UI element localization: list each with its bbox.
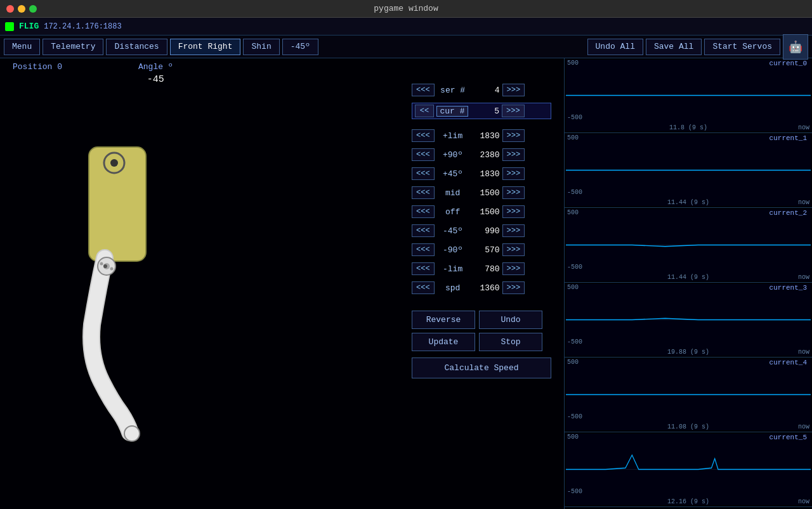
chart-min-current_2: -500: [567, 264, 582, 271]
undo-button[interactable]: Undo: [479, 311, 542, 329]
menu-button[interactable]: Menu: [4, 39, 40, 55]
traffic-lights: [6, 5, 37, 13]
chart-time-current_2: 11.44 (9 s): [667, 274, 709, 281]
spd-inc-btn[interactable]: >>>: [502, 281, 525, 294]
chart-now-current_1: now: [798, 199, 809, 206]
cur-dec-btn[interactable]: <<: [415, 105, 434, 117]
lim-plus-label: +lim: [437, 131, 469, 141]
chart-max-current_1: 500: [567, 134, 579, 141]
chart-svg-current_2: [566, 209, 811, 281]
mid-inc-btn[interactable]: >>>: [502, 186, 525, 199]
front-right-button[interactable]: Front Right: [170, 39, 241, 55]
plus45-inc-btn[interactable]: >>>: [502, 167, 525, 180]
undo-all-button[interactable]: Undo All: [587, 39, 643, 55]
chart-max-current_3: 500: [567, 284, 579, 291]
svg-point-8: [110, 267, 114, 271]
chart-min-current_1: -500: [567, 189, 582, 196]
chart-svg-current_4: [566, 359, 811, 430]
ip-address: 172.24.1.176:1883: [44, 22, 121, 31]
lim-plus-inc-btn[interactable]: >>>: [502, 129, 525, 142]
off-dec-btn[interactable]: <<<: [412, 205, 435, 218]
cur-label: cur #: [436, 106, 468, 117]
ser-value: 4: [471, 86, 500, 95]
save-all-button[interactable]: Save All: [646, 39, 702, 55]
plus90-dec-btn[interactable]: <<<: [412, 148, 435, 161]
distances-button[interactable]: Distances: [106, 39, 167, 55]
minus45-dec-btn[interactable]: <<<: [412, 224, 435, 237]
lim-plus-row: <<< +lim 1830 >>>: [412, 129, 551, 142]
cur-value: 5: [471, 106, 499, 116]
stop-button[interactable]: Stop: [479, 333, 542, 351]
servo-diagram: [51, 109, 368, 489]
chart-max-current_5: 500: [567, 434, 579, 441]
lim-minus-dec-btn[interactable]: <<<: [412, 262, 435, 275]
lim-minus-value: 780: [471, 264, 500, 274]
plus90-value: 2380: [471, 150, 500, 160]
start-servos-button[interactable]: Start Servos: [704, 39, 780, 55]
spd-dec-btn[interactable]: <<<: [412, 281, 435, 294]
lim-plus-dec-btn[interactable]: <<<: [412, 129, 435, 142]
angle-value: -45: [147, 74, 164, 85]
off-inc-btn[interactable]: >>>: [502, 205, 525, 218]
angle-button[interactable]: -45º: [282, 39, 318, 55]
plus90-row: <<< +90º 2380 >>>: [412, 148, 551, 161]
ser-row: <<< ser # 4 >>>: [412, 84, 551, 96]
lim-minus-inc-btn[interactable]: >>>: [502, 262, 525, 275]
close-button[interactable]: [6, 5, 14, 13]
chart-title-current_3: current_3: [769, 284, 807, 292]
chart-max-current_2: 500: [567, 209, 579, 216]
chart-title-current_1: current_1: [769, 134, 807, 142]
arm-svg: [51, 109, 241, 458]
chart-current_3: current_3 500 -500 19.88 (9 s) now: [565, 283, 812, 358]
status-bar: FLIG 172.24.1.176:1883: [0, 18, 812, 35]
window-title: pygame window: [374, 4, 438, 13]
update-button[interactable]: Update: [412, 333, 475, 351]
cur-inc-btn[interactable]: >>>: [502, 105, 525, 117]
chart-current_0: current_0 500 -500 11.8 (9 s) now: [565, 58, 812, 133]
minus90-label: -90º: [437, 245, 469, 255]
chart-min-current_5: -500: [567, 488, 582, 495]
chart-now-current_5: now: [798, 498, 809, 505]
telemetry-button[interactable]: Telemetry: [43, 39, 103, 55]
chart-min-current_4: -500: [567, 413, 582, 420]
angle-label: Angle º: [138, 62, 173, 72]
chart-now-current_4: now: [798, 423, 809, 430]
right-panel: current_0 500 -500 11.8 (9 s) now curren…: [565, 58, 812, 509]
plus90-label: +90º: [437, 150, 469, 160]
chart-title-current_0: current_0: [769, 60, 807, 67]
spd-row: <<< spd 1360 >>>: [412, 281, 551, 294]
main-area: Position 0 Angle º -45: [0, 58, 812, 509]
minus45-inc-btn[interactable]: >>>: [502, 224, 525, 237]
mid-dec-btn[interactable]: <<<: [412, 186, 435, 199]
logo: 🤖: [783, 34, 808, 60]
ser-dec-btn[interactable]: <<<: [412, 84, 435, 96]
lim-minus-label: -lim: [437, 264, 469, 274]
reverse-button[interactable]: Reverse: [412, 311, 475, 329]
chart-now-current_3: now: [798, 349, 809, 356]
minus90-inc-btn[interactable]: >>>: [502, 243, 525, 256]
ser-inc-btn[interactable]: >>>: [502, 84, 525, 96]
chart-current_1: current_1 500 -500 11.44 (9 s) now: [565, 133, 812, 208]
svg-point-2: [110, 159, 118, 167]
chart-max-current_4: 500: [567, 359, 579, 366]
chart-min-current_3: -500: [567, 338, 582, 345]
shin-button[interactable]: Shin: [243, 39, 279, 55]
minimize-button[interactable]: [18, 5, 25, 13]
plus45-dec-btn[interactable]: <<<: [412, 167, 435, 180]
ser-label: ser #: [437, 86, 469, 95]
chart-current_2: current_2 500 -500 11.44 (9 s) now: [565, 208, 812, 283]
plus90-inc-btn[interactable]: >>>: [502, 148, 525, 161]
chart-time-current_0: 11.8 (9 s): [669, 124, 707, 131]
mid-label: mid: [437, 188, 469, 198]
minus90-dec-btn[interactable]: <<<: [412, 243, 435, 256]
chart-svg-current_3: [566, 284, 811, 356]
spd-value: 1360: [471, 283, 500, 293]
calculate-speed-button[interactable]: Calculate Speed: [412, 358, 551, 378]
controls-panel: <<< ser # 4 >>> << cur # 5 >>> <<< +lim …: [412, 84, 551, 378]
maximize-button[interactable]: [29, 5, 37, 13]
connection-indicator: [5, 22, 14, 31]
lim-minus-row: <<< -lim 780 >>>: [412, 262, 551, 275]
cur-row: << cur # 5 >>>: [412, 103, 551, 119]
minus45-value: 990: [471, 226, 500, 236]
chart-time-current_1: 11.44 (9 s): [667, 199, 709, 206]
